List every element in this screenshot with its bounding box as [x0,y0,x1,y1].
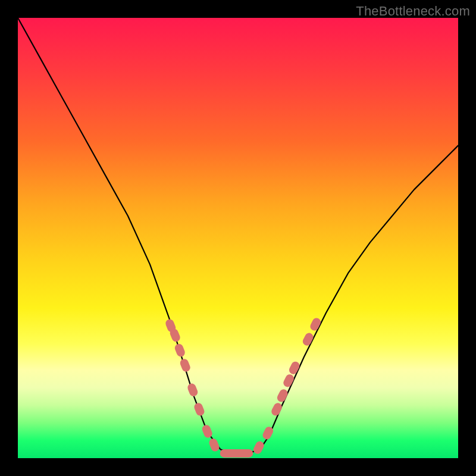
highlight-pill [179,358,192,373]
highlight-pill [208,437,220,453]
bottleneck-curve [18,18,458,454]
highlight-pill [270,402,283,417]
highlight-pill [186,382,199,397]
chart-frame: TheBottleneck.com [0,0,476,476]
plot-area [18,18,458,458]
highlight-pill [252,440,265,455]
highlight-pill [193,402,205,417]
highlight-pill [174,343,186,358]
highlight-pills [164,317,322,458]
curve-layer [18,18,458,458]
highlight-pill [220,449,253,458]
attribution-label: TheBottleneck.com [356,4,470,19]
